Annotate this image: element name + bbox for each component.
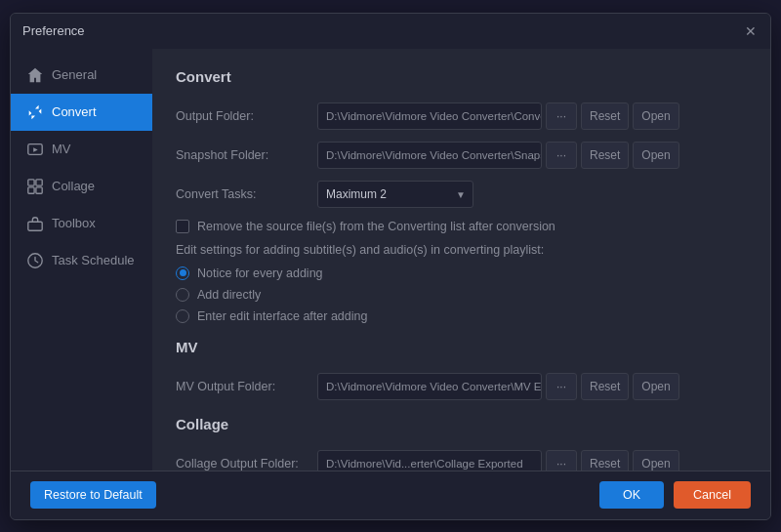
home-icon bbox=[26, 66, 44, 84]
collage-output-folder-label: Collage Output Folder: bbox=[176, 457, 317, 471]
subtitle-instruction: Edit settings for adding subtitle(s) and… bbox=[176, 243, 747, 257]
output-folder-open-button[interactable]: Open bbox=[633, 102, 678, 130]
dialog-body: General Convert MV bbox=[11, 49, 770, 471]
mv-output-folder-dots-button[interactable]: ··· bbox=[546, 373, 577, 400]
collage-output-folder-dots-button[interactable]: ··· bbox=[546, 450, 577, 471]
radio-enter-edit-row[interactable]: Enter edit interface after adding bbox=[176, 309, 747, 323]
footer-right-buttons: OK Cancel bbox=[599, 481, 751, 509]
toolbox-icon bbox=[26, 215, 44, 232]
snapshot-folder-dots-button[interactable]: ··· bbox=[546, 142, 577, 169]
radio-notice-fill bbox=[180, 269, 186, 276]
remove-source-row[interactable]: Remove the source file(s) from the Conve… bbox=[176, 220, 747, 233]
svg-rect-3 bbox=[28, 186, 34, 192]
ok-button[interactable]: OK bbox=[599, 481, 664, 509]
radio-enter-edit-label: Enter edit interface after adding bbox=[197, 309, 367, 323]
collage-icon bbox=[26, 178, 44, 195]
mv-output-folder-open-button[interactable]: Open bbox=[633, 373, 678, 400]
snapshot-folder-reset-button[interactable]: Reset bbox=[581, 142, 629, 169]
svg-rect-2 bbox=[36, 179, 42, 184]
sidebar-item-convert[interactable]: Convert bbox=[11, 94, 152, 131]
output-folder-reset-button[interactable]: Reset bbox=[581, 102, 629, 130]
svg-rect-4 bbox=[36, 186, 42, 192]
mv-section-title: MV bbox=[176, 339, 747, 359]
radio-enter-edit[interactable] bbox=[176, 309, 189, 323]
restore-default-button[interactable]: Restore to Default bbox=[30, 481, 156, 509]
preference-dialog: Preference ✕ General Convert bbox=[10, 13, 771, 520]
convert-section-title: Convert bbox=[176, 68, 747, 89]
snapshot-folder-path: D:\Vidmore\Vidmore Video Converter\Snaps… bbox=[317, 142, 542, 169]
sidebar-item-task-schedule[interactable]: Task Schedule bbox=[11, 242, 152, 279]
output-folder-row: Output Folder: D:\Vidmore\Vidmore Video … bbox=[176, 102, 747, 130]
mv-output-folder-row: MV Output Folder: D:\Vidmore\Vidmore Vid… bbox=[176, 373, 747, 400]
output-folder-path: D:\Vidmore\Vidmore Video Converter\Conve… bbox=[317, 102, 542, 130]
collage-output-folder-row: Collage Output Folder: D:\Vidmore\Vid...… bbox=[176, 450, 747, 471]
collage-output-folder-open-button[interactable]: Open bbox=[633, 450, 678, 471]
radio-add-directly-row[interactable]: Add directly bbox=[176, 288, 747, 302]
collage-section-divider: Collage Collage Output Folder: D:\Vidmor… bbox=[176, 416, 747, 471]
convert-tasks-row: Convert Tasks: Maximum 1 Maximum 2 Maxim… bbox=[176, 181, 747, 208]
convert-tasks-select[interactable]: Maximum 1 Maximum 2 Maximum 3 Maximum 4 bbox=[317, 181, 473, 208]
sidebar-item-collage[interactable]: Collage bbox=[11, 168, 152, 205]
snapshot-folder-label: Snapshot Folder: bbox=[176, 148, 317, 162]
snapshot-folder-open-button[interactable]: Open bbox=[633, 142, 678, 169]
mv-output-folder-label: MV Output Folder: bbox=[176, 380, 317, 393]
cancel-button[interactable]: Cancel bbox=[674, 481, 751, 509]
radio-notice[interactable] bbox=[176, 266, 189, 280]
title-bar: Preference ✕ bbox=[11, 14, 770, 49]
radio-add-directly[interactable] bbox=[176, 288, 189, 302]
remove-source-label: Remove the source file(s) from the Conve… bbox=[197, 220, 555, 233]
mv-section-divider: MV MV Output Folder: D:\Vidmore\Vidmore … bbox=[176, 339, 747, 400]
radio-notice-row[interactable]: Notice for every adding bbox=[176, 266, 747, 280]
radio-add-directly-label: Add directly bbox=[197, 288, 261, 302]
svg-rect-5 bbox=[28, 222, 42, 230]
output-folder-label: Output Folder: bbox=[176, 109, 317, 123]
clock-icon bbox=[26, 252, 44, 269]
sidebar: General Convert MV bbox=[11, 49, 152, 471]
sidebar-item-mv[interactable]: MV bbox=[11, 131, 152, 168]
radio-notice-label: Notice for every adding bbox=[197, 266, 323, 280]
footer: Restore to Default OK Cancel bbox=[11, 471, 770, 519]
convert-tasks-label: Convert Tasks: bbox=[176, 187, 317, 201]
mv-output-folder-reset-button[interactable]: Reset bbox=[581, 373, 629, 400]
remove-source-checkbox[interactable] bbox=[176, 220, 189, 233]
convert-tasks-select-wrapper: Maximum 1 Maximum 2 Maximum 3 Maximum 4 … bbox=[317, 181, 473, 208]
dialog-title: Preference bbox=[22, 23, 85, 38]
main-content: Convert Output Folder: D:\Vidmore\Vidmor… bbox=[152, 49, 770, 471]
sidebar-item-toolbox[interactable]: Toolbox bbox=[11, 205, 152, 242]
close-button[interactable]: ✕ bbox=[743, 23, 759, 39]
collage-output-folder-reset-button[interactable]: Reset bbox=[581, 450, 629, 471]
sidebar-item-general[interactable]: General bbox=[11, 57, 152, 94]
mv-output-folder-path: D:\Vidmore\Vidmore Video Converter\MV Ex… bbox=[317, 373, 542, 400]
svg-rect-1 bbox=[28, 179, 34, 184]
convert-icon bbox=[26, 103, 44, 121]
collage-section-title: Collage bbox=[176, 416, 747, 436]
mv-icon bbox=[26, 141, 44, 158]
collage-output-folder-path: D:\Vidmore\Vid...erter\Collage Exported bbox=[317, 450, 542, 471]
snapshot-folder-row: Snapshot Folder: D:\Vidmore\Vidmore Vide… bbox=[176, 142, 747, 169]
output-folder-dots-button[interactable]: ··· bbox=[546, 102, 577, 130]
